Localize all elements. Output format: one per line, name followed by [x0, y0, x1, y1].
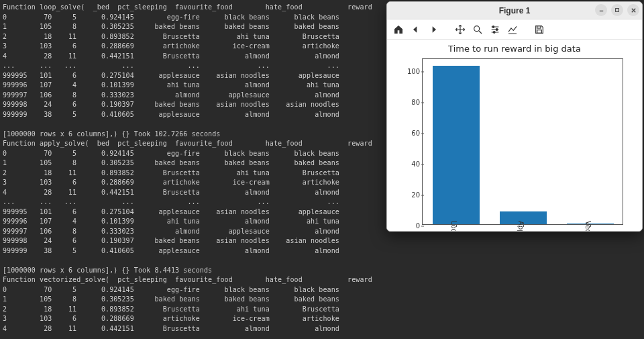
edit-axis-icon[interactable] — [506, 23, 519, 36]
zoom-icon[interactable] — [472, 23, 484, 36]
configure-subplots-icon[interactable] — [489, 23, 501, 36]
window-titlebar[interactable]: Figure 1 — [387, 2, 642, 19]
maximize-button[interactable] — [611, 4, 623, 16]
plot-area[interactable]: Time to run reward in big data 020406080… — [387, 40, 642, 231]
chart-axes: 020406080100LoopApplyVectorized — [422, 58, 623, 225]
y-tick: 100 — [401, 68, 420, 75]
forward-icon[interactable] — [427, 23, 439, 36]
svg-rect-13 — [537, 30, 542, 33]
svg-point-4 — [474, 26, 480, 31]
pan-icon[interactable] — [454, 23, 466, 36]
svg-rect-1 — [616, 9, 619, 12]
y-tick: 60 — [401, 130, 420, 137]
bar-loop — [433, 66, 480, 224]
mpl-toolbar — [387, 19, 642, 40]
back-icon[interactable] — [410, 23, 422, 36]
y-tick: 80 — [401, 99, 420, 106]
svg-point-10 — [496, 28, 498, 30]
figure-window: Figure 1 Time to run reward in big data … — [386, 1, 643, 232]
x-tick: Loop — [450, 221, 458, 232]
window-title: Figure 1 — [499, 6, 531, 15]
x-tick: Apply — [517, 221, 525, 232]
x-tick: Vectorized — [584, 221, 592, 232]
save-icon[interactable] — [533, 23, 545, 36]
y-tick: 20 — [401, 191, 420, 199]
svg-point-11 — [493, 31, 495, 33]
y-tick: 0 — [401, 222, 420, 230]
y-tick: 40 — [401, 160, 420, 168]
minimize-button[interactable] — [595, 4, 607, 16]
svg-point-9 — [492, 26, 494, 28]
svg-line-5 — [479, 31, 482, 34]
svg-rect-12 — [537, 26, 541, 28]
chart-title: Time to run reward in big data — [387, 44, 642, 54]
home-icon[interactable] — [392, 23, 405, 36]
close-button[interactable] — [627, 4, 639, 16]
